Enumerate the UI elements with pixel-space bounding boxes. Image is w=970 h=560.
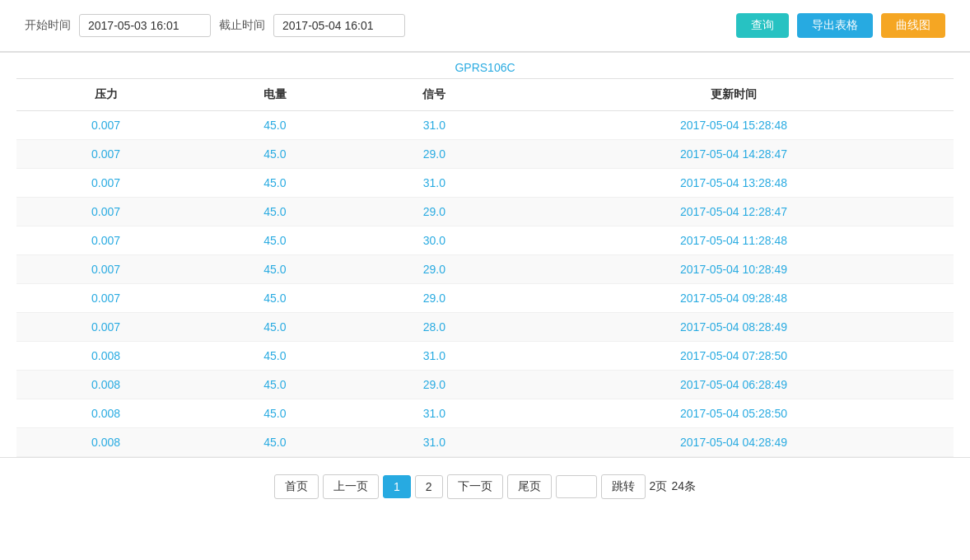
cell-electric: 45.0 bbox=[195, 255, 355, 284]
toolbar: 开始时间 截止时间 查询 导出表格 曲线图 bbox=[0, 0, 970, 52]
cell-electric: 45.0 bbox=[195, 226, 355, 255]
cell-signal: 28.0 bbox=[355, 313, 515, 342]
col-time: 更新时间 bbox=[514, 79, 954, 111]
first-page-button[interactable]: 首页 bbox=[274, 474, 319, 499]
export-button[interactable]: 导出表格 bbox=[797, 13, 873, 38]
cell-electric: 45.0 bbox=[195, 111, 355, 140]
cell-time: 2017-05-04 06:28:49 bbox=[514, 371, 954, 399]
cell-pressure: 0.007 bbox=[16, 284, 195, 313]
cell-time: 2017-05-04 07:28:50 bbox=[514, 342, 954, 371]
table-row: 0.007 45.0 31.0 2017-05-04 13:28:48 bbox=[16, 169, 954, 198]
action-buttons: 查询 导出表格 曲线图 bbox=[736, 13, 945, 38]
cell-pressure: 0.008 bbox=[16, 342, 195, 371]
cell-pressure: 0.007 bbox=[16, 255, 195, 284]
col-electric: 电量 bbox=[195, 79, 355, 111]
cell-time: 2017-05-04 13:28:48 bbox=[514, 169, 954, 198]
cell-signal: 30.0 bbox=[355, 226, 515, 255]
table-row: 0.007 45.0 29.0 2017-05-04 14:28:47 bbox=[16, 140, 954, 169]
start-label: 开始时间 bbox=[25, 18, 71, 33]
end-date-input[interactable] bbox=[273, 14, 405, 37]
next-page-button[interactable]: 下一页 bbox=[447, 474, 503, 499]
cell-pressure: 0.007 bbox=[16, 226, 195, 255]
cell-signal: 29.0 bbox=[355, 371, 515, 399]
cell-pressure: 0.007 bbox=[16, 169, 195, 198]
cell-time: 2017-05-04 11:28:48 bbox=[514, 226, 954, 255]
cell-electric: 45.0 bbox=[195, 169, 355, 198]
data-table: 压力 电量 信号 更新时间 0.007 45.0 31.0 2017-05-04… bbox=[16, 78, 954, 457]
table-header-row: 压力 电量 信号 更新时间 bbox=[16, 79, 954, 111]
cell-electric: 45.0 bbox=[195, 428, 355, 457]
table-row: 0.007 45.0 31.0 2017-05-04 15:28:48 bbox=[16, 111, 954, 140]
prev-page-button[interactable]: 上一页 bbox=[323, 474, 379, 499]
cell-time: 2017-05-04 04:28:49 bbox=[514, 428, 954, 457]
table-row: 0.008 45.0 31.0 2017-05-04 05:28:50 bbox=[16, 399, 954, 428]
chart-button[interactable]: 曲线图 bbox=[881, 13, 945, 38]
table-row: 0.007 45.0 29.0 2017-05-04 10:28:49 bbox=[16, 255, 954, 284]
cell-time: 2017-05-04 14:28:47 bbox=[514, 140, 954, 169]
cell-signal: 29.0 bbox=[355, 284, 515, 313]
total-records: 24条 bbox=[671, 479, 696, 494]
total-pages: 2页 bbox=[650, 479, 668, 494]
cell-pressure: 0.008 bbox=[16, 371, 195, 399]
cell-time: 2017-05-04 12:28:47 bbox=[514, 198, 954, 226]
start-date-input[interactable] bbox=[79, 14, 211, 37]
device-label: GPRS106C bbox=[16, 53, 954, 78]
col-pressure: 压力 bbox=[16, 79, 195, 111]
cell-pressure: 0.007 bbox=[16, 313, 195, 342]
cell-electric: 45.0 bbox=[195, 399, 355, 428]
cell-signal: 31.0 bbox=[355, 342, 515, 371]
table-row: 0.007 45.0 30.0 2017-05-04 11:28:48 bbox=[16, 226, 954, 255]
cell-electric: 45.0 bbox=[195, 284, 355, 313]
table-container: GPRS106C 压力 电量 信号 更新时间 0.007 45.0 31.0 2… bbox=[0, 53, 970, 457]
cell-pressure: 0.007 bbox=[16, 140, 195, 169]
page-2-button[interactable]: 2 bbox=[415, 475, 443, 498]
cell-time: 2017-05-04 15:28:48 bbox=[514, 111, 954, 140]
cell-pressure: 0.008 bbox=[16, 399, 195, 428]
table-row: 0.008 45.0 31.0 2017-05-04 04:28:49 bbox=[16, 428, 954, 457]
end-label: 截止时间 bbox=[219, 18, 265, 33]
last-page-button[interactable]: 尾页 bbox=[507, 474, 552, 499]
cell-signal: 29.0 bbox=[355, 140, 515, 169]
cell-time: 2017-05-04 10:28:49 bbox=[514, 255, 954, 284]
cell-signal: 29.0 bbox=[355, 255, 515, 284]
table-row: 0.007 45.0 29.0 2017-05-04 12:28:47 bbox=[16, 198, 954, 226]
table-row: 0.008 45.0 29.0 2017-05-04 06:28:49 bbox=[16, 371, 954, 399]
cell-electric: 45.0 bbox=[195, 313, 355, 342]
query-button[interactable]: 查询 bbox=[736, 13, 789, 38]
cell-electric: 45.0 bbox=[195, 371, 355, 399]
cell-pressure: 0.007 bbox=[16, 198, 195, 226]
table-row: 0.007 45.0 28.0 2017-05-04 08:28:49 bbox=[16, 313, 954, 342]
cell-signal: 31.0 bbox=[355, 169, 515, 198]
cell-signal: 31.0 bbox=[355, 428, 515, 457]
cell-electric: 45.0 bbox=[195, 342, 355, 371]
jump-button[interactable]: 跳转 bbox=[601, 474, 646, 499]
table-body: 0.007 45.0 31.0 2017-05-04 15:28:48 0.00… bbox=[16, 111, 954, 457]
pagination-bar: 首页 上一页 1 2 下一页 尾页 跳转 2页 24条 bbox=[0, 458, 970, 511]
cell-pressure: 0.007 bbox=[16, 111, 195, 140]
cell-time: 2017-05-04 05:28:50 bbox=[514, 399, 954, 428]
cell-signal: 31.0 bbox=[355, 399, 515, 428]
cell-pressure: 0.008 bbox=[16, 428, 195, 457]
cell-signal: 29.0 bbox=[355, 198, 515, 226]
col-signal: 信号 bbox=[355, 79, 515, 111]
jump-input[interactable] bbox=[556, 475, 597, 498]
table-row: 0.007 45.0 29.0 2017-05-04 09:28:48 bbox=[16, 284, 954, 313]
table-row: 0.008 45.0 31.0 2017-05-04 07:28:50 bbox=[16, 342, 954, 371]
cell-signal: 31.0 bbox=[355, 111, 515, 140]
cell-electric: 45.0 bbox=[195, 198, 355, 226]
cell-electric: 45.0 bbox=[195, 140, 355, 169]
current-page-button[interactable]: 1 bbox=[383, 475, 411, 498]
cell-time: 2017-05-04 08:28:49 bbox=[514, 313, 954, 342]
cell-time: 2017-05-04 09:28:48 bbox=[514, 284, 954, 313]
